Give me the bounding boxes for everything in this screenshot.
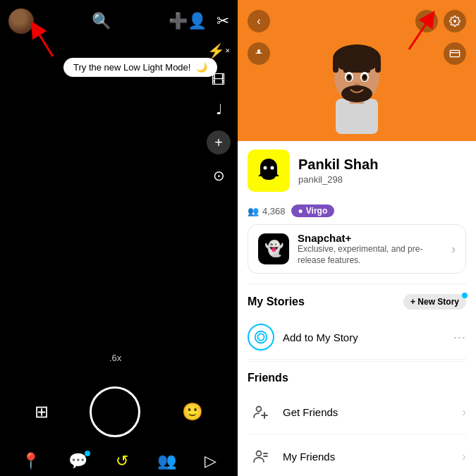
snapplus-title: Snapchat+ (298, 232, 443, 244)
stories-icon[interactable]: ▷ (205, 452, 216, 470)
svg-point-16 (341, 85, 372, 102)
shutter-button[interactable] (90, 386, 140, 437)
new-story-label: + New Story (410, 297, 459, 307)
moon-icon: 🌙 (196, 62, 207, 73)
divider-2 (248, 361, 466, 362)
profile-username: pankil_298 (298, 174, 466, 185)
zodiac-label: Virgo (306, 206, 327, 216)
profile-name: Pankil Shah (298, 157, 466, 173)
gallery-icon[interactable]: ⊞ (35, 402, 49, 422)
tooltip-text: Try the new Low Light Mode! (73, 62, 190, 73)
zodiac-dot: ● (298, 206, 303, 216)
new-story-button[interactable]: + New Story (403, 294, 466, 310)
my-friends-item[interactable]: My Friends › (248, 434, 466, 476)
profile-header: ‹ (238, 0, 476, 141)
friends-count: 👥 4,368 (248, 206, 286, 216)
add-friend-icon[interactable]: ➕👤 (169, 12, 207, 30)
svg-line-25 (409, 18, 430, 49)
friends-icon[interactable]: 👥 (157, 452, 176, 470)
get-friends-icon (248, 398, 274, 425)
snapcode[interactable] (248, 149, 290, 192)
my-friends-chevron-icon: › (462, 449, 466, 464)
add-to-story-item[interactable]: Add to My Story ··· (248, 315, 466, 360)
svg-rect-1 (336, 99, 378, 134)
profile-stats-row: 👥 4,368 ● Virgo (248, 203, 466, 224)
profile-card-icon[interactable] (444, 42, 466, 65)
add-tool-icon[interactable]: + (207, 130, 231, 154)
bitmoji-avatar (311, 32, 403, 134)
search-icon[interactable]: 🔍 (92, 12, 111, 30)
friends-title: Friends (248, 372, 288, 384)
svg-point-27 (264, 166, 267, 170)
svg-rect-6 (375, 59, 381, 73)
chat-icon[interactable]: 💬 (68, 452, 87, 470)
friends-icon-small: 👥 (248, 206, 259, 216)
camera-panel: 🔍 ➕👤 ✂ Try the new Low Light Mode! 🌙 ⚡✕ … (0, 0, 238, 476)
zodiac-badge: ● Virgo (291, 205, 335, 217)
top-right-icons: ➕👤 ✂ (169, 12, 229, 30)
svg-rect-5 (333, 59, 338, 73)
svg-point-29 (255, 331, 267, 343)
svg-point-28 (271, 166, 274, 170)
profile-panel: ‹ (238, 0, 476, 476)
location-icon[interactable]: 📍 (21, 452, 40, 470)
snapplus-banner[interactable]: 👻 Snapchat+ Exclusive, experimental, and… (248, 224, 466, 274)
my-stories-header: My Stories + New Story (248, 286, 466, 315)
flash-off-icon[interactable]: ⚡✕ (207, 42, 231, 59)
svg-point-4 (333, 44, 381, 73)
svg-rect-23 (450, 50, 459, 56)
red-arrow-avatar (28, 21, 63, 63)
shutter-row: ⊞ 🙂 (0, 386, 238, 437)
friends-number: 4,368 (262, 206, 286, 216)
svg-point-13 (348, 75, 350, 79)
my-friends-label: My Friends (283, 451, 453, 463)
svg-line-0 (35, 28, 53, 56)
friends-header: Friends (248, 363, 466, 390)
svg-point-34 (257, 451, 262, 456)
profile-content: Pankil Shah pankil_298 👥 4,368 ● Virgo 👻… (238, 141, 476, 476)
low-light-tooltip[interactable]: Try the new Low Light Mode! 🌙 (63, 58, 217, 77)
back-button[interactable]: ‹ (248, 10, 270, 32)
scan-icon[interactable]: ⊙ (213, 167, 225, 184)
snap-home-icon[interactable]: ↺ (116, 452, 128, 470)
snapplus-subtitle: Exclusive, experimental, and pre-release… (298, 244, 443, 266)
get-friends-label: Get Friends (283, 406, 453, 418)
add-story-icon (248, 324, 274, 350)
emoji-icon[interactable]: 🙂 (182, 402, 203, 422)
profile-info-row: Pankil Shah pankil_298 (248, 141, 466, 197)
my-friends-icon (248, 443, 274, 470)
snapplus-text: Snapchat+ Exclusive, experimental, and p… (298, 232, 443, 266)
bottom-nav: 📍 💬 ↺ 👥 ▷ (0, 452, 238, 470)
svg-point-30 (257, 334, 264, 341)
snapplus-icon: 👻 (258, 233, 289, 264)
new-story-dot (462, 293, 468, 298)
music-icon[interactable]: ♩ (216, 101, 222, 118)
red-arrow-settings (398, 11, 441, 56)
story-more-icon[interactable]: ··· (453, 330, 466, 345)
scissor-icon[interactable]: ✂ (216, 12, 229, 30)
settings-icon[interactable] (444, 10, 466, 32)
snapplus-chevron-icon: › (451, 242, 456, 257)
svg-point-31 (257, 407, 262, 412)
get-friends-item[interactable]: Get Friends › (248, 390, 466, 434)
svg-point-22 (453, 20, 456, 23)
outfit-icon[interactable] (248, 42, 270, 65)
get-friends-chevron-icon: › (462, 405, 466, 420)
my-stories-title: My Stories (248, 295, 305, 308)
profile-details: Pankil Shah pankil_298 (298, 157, 466, 185)
svg-point-14 (363, 75, 366, 79)
zoom-level: .6x (109, 353, 121, 363)
chat-badge (85, 451, 90, 456)
divider-1 (248, 283, 466, 284)
add-story-label: Add to My Story (283, 331, 445, 343)
